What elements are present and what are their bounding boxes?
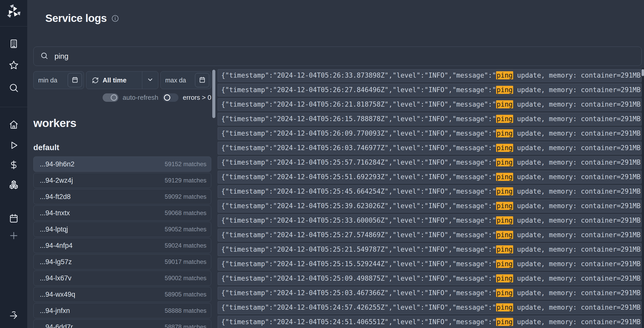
min-date-calendar-button[interactable] — [68, 73, 82, 87]
log-text: {"timestamp":"2024-12-04T05:25:57.716284… — [221, 159, 496, 166]
sidebar-item-billing[interactable] — [0, 160, 27, 171]
worker-id: ...94-tnxtx — [40, 209, 70, 217]
log-text: update, memory: container=291MB — [513, 231, 641, 239]
log-row[interactable]: {"timestamp":"2024-12-04T05:25:27.574869… — [218, 229, 642, 241]
search-match-highlight: ping — [496, 158, 513, 166]
errors-filter-toggle[interactable] — [163, 93, 178, 102]
log-row[interactable]: {"timestamp":"2024-12-04T05:26:15.788878… — [218, 113, 642, 125]
worker-row[interactable]: ...94-lg57z 59017 matches — [33, 254, 211, 269]
search-input[interactable] — [54, 52, 635, 61]
log-row[interactable]: {"timestamp":"2024-12-04T05:24:51.406551… — [218, 316, 642, 328]
time-range-dropdown[interactable] — [142, 72, 158, 89]
worker-id: ...94-4nfp4 — [40, 242, 73, 250]
worker-row[interactable]: ...94-lx67v 59002 matches — [33, 270, 211, 286]
search-match-highlight: ping — [496, 231, 513, 239]
log-text: update, memory: container=291MB — [513, 217, 641, 224]
log-scrollbar-track[interactable] — [642, 68, 644, 328]
worker-row[interactable]: ...94-tnxtx 59068 matches — [33, 205, 211, 221]
log-text: {"timestamp":"2024-12-04T05:26:09.770093… — [221, 130, 496, 137]
log-row[interactable]: {"timestamp":"2024-12-04T05:25:21.549787… — [218, 243, 642, 256]
windmill-logo[interactable] — [6, 4, 21, 19]
worker-match-count: 58905 matches — [165, 291, 206, 298]
log-row[interactable]: {"timestamp":"2024-12-04T05:25:39.623026… — [218, 200, 642, 212]
log-text: {"timestamp":"2024-12-04T05:26:21.818758… — [221, 101, 496, 108]
log-scrollbar-thumb[interactable] — [642, 69, 644, 76]
log-text: {"timestamp":"2024-12-04T05:25:33.600056… — [221, 217, 496, 224]
log-row[interactable]: {"timestamp":"2024-12-04T05:24:57.426255… — [218, 301, 642, 314]
log-row[interactable]: {"timestamp":"2024-12-04T05:25:57.716284… — [218, 156, 642, 169]
min-date-placeholder: min da — [38, 77, 57, 84]
worker-list: ...94-9h6n2 59152 matches ...94-2wz4j 59… — [33, 156, 211, 328]
sidebar-divider — [0, 26, 27, 26]
time-range-label: All time — [103, 76, 142, 84]
worker-row[interactable]: ...94-6dd7r 58878 matches — [33, 319, 211, 328]
log-row[interactable]: {"timestamp":"2024-12-04T05:26:27.846496… — [218, 84, 642, 96]
log-text: update, memory: container=291MB — [513, 101, 641, 108]
sidebar-item-favorites[interactable] — [0, 60, 27, 71]
sidebar-item-search[interactable] — [0, 83, 27, 94]
log-text: update, memory: container=291MB — [513, 144, 641, 152]
sidebar-expand-button[interactable] — [0, 310, 27, 322]
info-circle-icon[interactable] — [111, 15, 119, 22]
sidebar-item-add[interactable] — [0, 231, 27, 242]
worker-match-count: 59092 matches — [165, 193, 206, 200]
worker-match-count: 59129 matches — [165, 177, 206, 184]
worker-id: ...94-ft2d8 — [40, 193, 71, 201]
worker-row[interactable]: ...94-wx49q 58905 matches — [33, 287, 211, 302]
max-date-field[interactable]: max da — [160, 71, 211, 89]
log-row[interactable]: {"timestamp":"2024-12-04T05:25:45.664254… — [218, 185, 642, 198]
play-icon — [9, 140, 19, 151]
log-text: update, memory: container=291MB — [513, 275, 641, 282]
dollar-sign-icon — [9, 160, 19, 171]
log-text: {"timestamp":"2024-12-04T05:25:09.498875… — [221, 275, 496, 282]
log-row[interactable]: {"timestamp":"2024-12-04T05:25:51.692293… — [218, 171, 642, 183]
sidebar-item-home[interactable] — [0, 120, 27, 131]
log-row[interactable]: {"timestamp":"2024-12-04T05:25:03.467366… — [218, 287, 642, 300]
expand-arrow-icon — [9, 310, 19, 322]
worker-row[interactable]: ...94-jnfxn 58888 matches — [33, 303, 211, 318]
log-row[interactable]: {"timestamp":"2024-12-04T05:25:15.529244… — [218, 258, 642, 270]
filter-row: min da — [33, 71, 211, 89]
max-date-calendar-button[interactable] — [195, 73, 209, 87]
worker-row[interactable]: ...94-9h6n2 59152 matches — [33, 156, 211, 172]
log-text: update, memory: container=291MB — [513, 304, 641, 311]
sidebar-item-schedules[interactable] — [0, 213, 27, 224]
min-date-field[interactable]: min da — [33, 71, 84, 89]
search-match-highlight: ping — [496, 216, 513, 224]
worker-id: ...94-2wz4j — [40, 177, 73, 184]
log-row[interactable]: {"timestamp":"2024-12-04T05:25:09.498875… — [218, 272, 642, 285]
search-match-highlight: ping — [496, 100, 513, 108]
worker-row[interactable]: ...94-lptqj 59052 matches — [33, 222, 211, 237]
log-text: {"timestamp":"2024-12-04T05:25:51.692293… — [221, 173, 496, 181]
log-text: update, memory: container=291MB — [513, 159, 641, 166]
worker-row[interactable]: ...94-4nfp4 59024 matches — [33, 238, 211, 253]
log-text: update, memory: container=291MB — [513, 260, 641, 268]
sidebar-divider — [0, 107, 27, 107]
sidebar-item-workspace[interactable] — [0, 39, 27, 50]
calendar-icon — [72, 76, 78, 84]
errors-filter-label: errors > 0 — [183, 94, 211, 102]
worker-row[interactable]: ...94-ft2d8 59092 matches — [33, 189, 211, 204]
log-text: {"timestamp":"2024-12-04T05:26:15.788878… — [221, 115, 496, 123]
search-match-highlight: ping — [496, 202, 513, 210]
auto-refresh-label: auto-refresh — [123, 94, 158, 102]
worker-row[interactable]: ...94-2wz4j 59129 matches — [33, 173, 211, 188]
log-row[interactable]: {"timestamp":"2024-12-04T05:26:21.818758… — [218, 98, 642, 111]
worker-id: ...94-lptqj — [40, 225, 68, 233]
sidebar-item-runs[interactable] — [0, 140, 27, 151]
log-text: {"timestamp":"2024-12-04T05:25:15.529244… — [221, 260, 496, 268]
log-row[interactable]: {"timestamp":"2024-12-04T05:26:09.770093… — [218, 127, 642, 140]
left-pane-scrollbar[interactable] — [212, 70, 215, 118]
time-range-button[interactable]: All time — [86, 71, 158, 89]
magnifier-icon — [40, 52, 48, 61]
log-text: update, memory: container=291MB — [513, 202, 641, 210]
log-row[interactable]: {"timestamp":"2024-12-04T05:26:33.873898… — [218, 69, 642, 82]
log-row[interactable]: {"timestamp":"2024-12-04T05:25:33.600056… — [218, 214, 642, 227]
log-row[interactable]: {"timestamp":"2024-12-04T05:26:03.746977… — [218, 142, 642, 154]
log-text: {"timestamp":"2024-12-04T05:25:21.549787… — [221, 246, 496, 253]
search-match-highlight: ping — [496, 115, 513, 123]
auto-refresh-toggle[interactable] — [103, 93, 118, 102]
log-text: update, memory: container=291MB — [513, 72, 641, 79]
plus-icon — [9, 231, 19, 242]
sidebar-item-resources[interactable] — [0, 180, 27, 191]
